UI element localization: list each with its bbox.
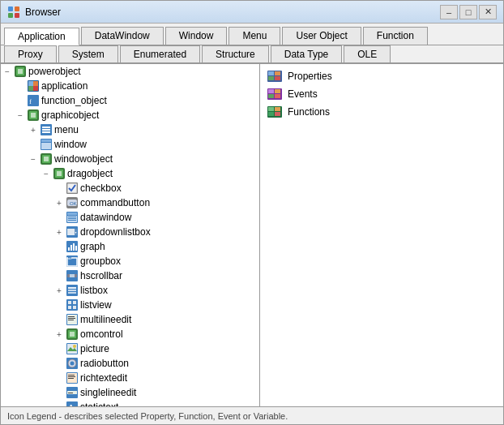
tree-item-windowobject[interactable]: − windowobject <box>1 152 259 166</box>
icon-multilineedit <box>66 313 79 326</box>
toggle-menu[interactable]: + <box>27 123 40 136</box>
svg-rect-106 <box>275 94 280 98</box>
tabs-row2: Proxy System Enumerated Structure Data T… <box>1 45 503 64</box>
toggle-dragobject[interactable]: − <box>40 167 53 180</box>
tab-proxy[interactable]: Proxy <box>4 45 57 62</box>
svg-rect-23 <box>41 143 51 149</box>
toggle-graphicobject[interactable]: − <box>14 109 27 122</box>
svg-rect-60 <box>68 287 76 289</box>
maximize-button[interactable]: □ <box>459 5 477 19</box>
tree-item-statictext[interactable]: A statictext <box>1 400 259 406</box>
toggle-omcontrol[interactable]: + <box>53 328 66 341</box>
tree-item-omcontrol[interactable]: + omcontrol <box>1 327 259 341</box>
toggle-powerobject[interactable]: − <box>1 65 14 78</box>
tree-item-window[interactable]: window <box>1 137 259 152</box>
svg-rect-22 <box>41 140 51 142</box>
svg-rect-66 <box>68 306 71 309</box>
tree-item-hscrollbar[interactable]: hscrollbar <box>1 268 259 283</box>
svg-rect-16 <box>31 113 36 118</box>
tab-application[interactable]: Application <box>4 28 79 45</box>
browser-icon <box>7 6 20 19</box>
svg-rect-48 <box>70 245 72 251</box>
tree-item-richtextedit[interactable]: richtextedit <box>1 371 259 385</box>
tree-item-dropdownlistbox[interactable]: + dropdownlistbox <box>1 225 259 239</box>
svg-text:OK: OK <box>70 201 77 206</box>
tree-item-graphicobject[interactable]: − graphicobject <box>1 108 259 122</box>
label-commandbutton: commandbutton <box>80 197 150 208</box>
label-graphicobject: graphicobject <box>41 109 99 121</box>
tree-item-singlelineedit[interactable]: singlelineedit <box>1 385 259 400</box>
toggle-listview <box>53 298 66 311</box>
toggle-listbox[interactable]: + <box>53 284 66 297</box>
icon-menu <box>40 123 53 136</box>
svg-rect-101 <box>275 76 280 80</box>
tree-item-listbox[interactable]: + listbox <box>1 283 259 298</box>
svg-rect-6 <box>18 69 23 74</box>
tree-item-dragobject[interactable]: − dragobject <box>1 166 259 181</box>
icon-picture <box>66 342 79 355</box>
svg-rect-43 <box>67 229 75 235</box>
tree-panel[interactable]: − powerobject application f <box>1 64 260 406</box>
tree-item-function-object[interactable]: f function_object <box>1 93 259 108</box>
toggle-radiobutton <box>53 357 66 370</box>
tab-menu[interactable]: Menu <box>229 27 280 45</box>
tree-item-groupbox[interactable]: ab groupbox <box>1 254 259 268</box>
svg-point-82 <box>70 362 75 366</box>
label-events: Events <box>288 88 318 100</box>
tab-enumerated[interactable]: Enumerated <box>120 45 200 62</box>
toggle-hscrollbar <box>53 269 66 282</box>
tab-datatype[interactable]: Data Type <box>271 45 342 62</box>
svg-rect-58 <box>75 274 77 277</box>
tree-item-graph[interactable]: graph <box>1 239 259 254</box>
close-button[interactable]: ✕ <box>479 5 497 19</box>
icon-listview <box>66 298 79 311</box>
icon-properties <box>267 70 283 83</box>
toggle-multilineedit <box>53 313 66 326</box>
tab-system[interactable]: System <box>58 45 118 62</box>
tab-datawindow[interactable]: DataWindow <box>81 27 164 45</box>
tree-item-menu[interactable]: + menu <box>1 122 259 137</box>
tree-item-commandbutton[interactable]: + OK commandbutton <box>1 195 259 210</box>
tab-window[interactable]: Window <box>165 27 228 45</box>
label-datawindow: datawindow <box>80 212 131 223</box>
tree-item-multilineedit[interactable]: multilineedit <box>1 312 259 327</box>
svg-rect-41 <box>68 220 76 221</box>
tab-function[interactable]: Function <box>363 27 428 45</box>
svg-rect-104 <box>275 89 280 93</box>
icon-commandbutton: OK <box>66 196 79 209</box>
right-item-functions[interactable]: Functions <box>263 103 500 121</box>
icon-checkbox <box>66 182 79 195</box>
right-item-events[interactable]: Events <box>263 85 500 103</box>
minimize-button[interactable]: – <box>440 5 458 19</box>
toggle-commandbutton[interactable]: + <box>53 196 66 209</box>
svg-rect-20 <box>42 131 50 133</box>
tree-item-listview[interactable]: listview <box>1 298 259 312</box>
right-item-properties[interactable]: Properties <box>263 67 500 85</box>
tree-item-application[interactable]: application <box>1 79 259 93</box>
icon-graph <box>66 240 79 253</box>
svg-rect-72 <box>68 320 74 320</box>
svg-text:A: A <box>68 403 75 406</box>
label-graph: graph <box>80 241 105 252</box>
svg-rect-75 <box>70 332 75 337</box>
toggle-windowobject[interactable]: − <box>27 152 40 165</box>
label-singlelineedit: singlelineedit <box>80 387 136 398</box>
tab-ole[interactable]: OLE <box>344 45 391 62</box>
tree-item-radiobutton[interactable]: radiobutton <box>1 356 259 371</box>
tab-userobject[interactable]: User Object <box>282 27 361 45</box>
icon-window <box>40 138 53 151</box>
tree-item-checkbox[interactable]: checkbox <box>1 181 259 195</box>
svg-rect-9 <box>33 81 38 86</box>
tree-item-picture[interactable]: picture <box>1 341 259 356</box>
tab-structure[interactable]: Structure <box>202 45 269 62</box>
svg-rect-37 <box>67 212 77 215</box>
label-listview: listview <box>80 299 112 311</box>
icon-events <box>267 88 283 101</box>
icon-richtextedit <box>66 371 79 384</box>
tree-item-powerobject[interactable]: − powerobject <box>1 64 259 79</box>
svg-text:f: f <box>29 97 32 105</box>
tree-item-datawindow[interactable]: datawindow <box>1 210 259 225</box>
toggle-dropdownlistbox[interactable]: + <box>53 225 66 238</box>
icon-dragobject <box>53 167 66 180</box>
toggle-statictext <box>53 401 66 406</box>
